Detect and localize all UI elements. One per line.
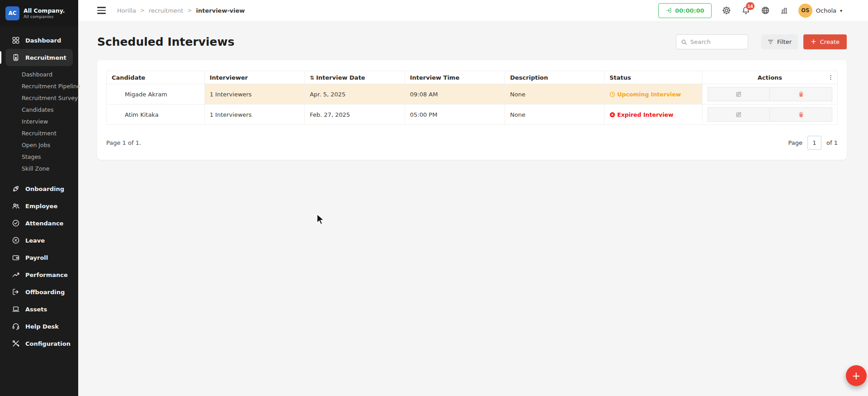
submenu-item-recruitment-survey[interactable]: Recruitment Survey (0, 92, 78, 104)
column-header-description[interactable]: Description (505, 71, 604, 84)
table-header-row: Candidate Interviewer ⇅Interview Date In… (107, 71, 838, 84)
delete-button[interactable] (769, 107, 832, 122)
status-badge: Upcoming Interview (609, 91, 697, 98)
submenu-item-candidates[interactable]: Candidates (0, 104, 78, 116)
sidebar-item-label: Help Desk (25, 323, 59, 330)
grid-icon (12, 36, 20, 44)
create-button[interactable]: + Create (803, 34, 847, 49)
trash-icon (798, 111, 804, 118)
fab-create-button[interactable]: + (846, 365, 867, 386)
delete-button[interactable] (769, 87, 832, 101)
sidebar-item-help-desk[interactable]: Help Desk (5, 318, 73, 335)
cell-interview-date: Feb. 27, 2025 (305, 105, 405, 125)
plus-icon: + (811, 38, 816, 45)
sidebar-item-onboarding[interactable]: Onboarding (5, 180, 73, 197)
company-subtitle: All companies (24, 14, 65, 19)
cell-description: None (505, 105, 604, 125)
edit-icon (736, 111, 742, 118)
page-number-input[interactable] (807, 136, 821, 150)
column-header-interviewer[interactable]: Interviewer (204, 71, 305, 84)
submenu-item-skill-zone[interactable]: Skill Zone (0, 163, 78, 175)
hamburger-menu-icon[interactable] (97, 7, 106, 14)
sidebar-item-employee[interactable]: Employee (5, 197, 73, 215)
topbar-actions: 00:00:00 14 (658, 3, 842, 18)
filter-label: Filter (777, 38, 792, 45)
kebab-menu-icon[interactable] (827, 74, 834, 81)
search-box (676, 34, 748, 49)
breadcrumb: Horilla > recruitment > interview-view (117, 7, 245, 14)
filter-icon (768, 39, 774, 45)
table-row[interactable]: Migade Akram 1 Interviewers Apr. 5, 2025… (107, 84, 838, 105)
pager: Page of 1 (788, 136, 838, 150)
submenu-item-recruitment-pipeline[interactable]: Recruitment Pipeline (0, 81, 78, 92)
company-switcher[interactable]: AC All Company. All companies (0, 0, 78, 26)
page-head: Scheduled Interviews (97, 34, 847, 49)
page-summary: Page 1 of 1. (106, 139, 141, 146)
sidebar-item-leave[interactable]: Leave (5, 232, 73, 249)
settings-button[interactable] (722, 6, 731, 15)
sidebar: AC All Company. All companies Dashboard (0, 0, 78, 396)
edit-button[interactable] (708, 87, 770, 101)
breadcrumb-horilla[interactable]: Horilla (117, 7, 136, 14)
breadcrumb-current: interview-view (196, 7, 245, 14)
cell-description: None (505, 84, 604, 105)
column-header-status[interactable]: Status (604, 71, 703, 84)
language-button[interactable] (761, 6, 770, 15)
sidebar-item-label: Attendance (25, 220, 63, 227)
timer-value: 00:00:00 (675, 7, 704, 14)
column-header-label: Interview Date (316, 74, 365, 81)
sidebar-item-label: Onboarding (25, 186, 64, 192)
interviews-table: Candidate Interviewer ⇅Interview Date In… (106, 71, 838, 125)
submenu-item-interview[interactable]: Interview (0, 116, 78, 128)
sidebar-item-configuration[interactable]: Configuration (5, 335, 73, 352)
cell-actions (702, 105, 837, 125)
trash-icon (798, 91, 804, 97)
company-logo: AC (5, 6, 19, 20)
submenu-item-dashboard[interactable]: Dashboard (0, 69, 78, 81)
table-row[interactable]: Atim Kitaka 1 Interviewers Feb. 27, 2025… (107, 105, 838, 125)
filter-button[interactable]: Filter (761, 34, 798, 49)
sidebar-item-dashboard[interactable]: Dashboard (5, 32, 73, 49)
company-button[interactable] (780, 7, 788, 14)
sidebar-item-label: Leave (25, 237, 45, 244)
column-header-label: Actions (758, 74, 782, 81)
pager-label: Page (788, 139, 802, 146)
submenu-item-open-jobs[interactable]: Open Jobs (0, 139, 78, 151)
column-header-interview-date[interactable]: ⇅Interview Date (305, 71, 405, 84)
search-input[interactable] (690, 38, 743, 45)
company-name: All Company. (24, 7, 65, 14)
wallet-icon (12, 253, 20, 262)
column-header-interview-time[interactable]: Interview Time (405, 71, 505, 84)
edit-button[interactable] (708, 107, 770, 122)
sidebar-item-performance[interactable]: Performance (5, 266, 73, 283)
cell-candidate: Atim Kitaka (107, 105, 205, 125)
submenu-item-recruitment[interactable]: Recruitment (0, 128, 78, 139)
main-area: Horilla > recruitment > interview-view 0… (78, 0, 868, 396)
cell-interview-date: Apr. 5, 2025 (305, 84, 405, 105)
cell-interview-time: 05:00 PM (405, 105, 505, 125)
x-circle-icon (609, 112, 615, 118)
notifications-button[interactable]: 14 (741, 6, 750, 15)
sidebar-item-label: Payroll (25, 254, 48, 261)
cell-interview-time: 09:08 AM (405, 84, 505, 105)
breadcrumb-recruitment[interactable]: recruitment (149, 7, 184, 14)
check-in-timer-button[interactable]: 00:00:00 (658, 3, 712, 18)
sidebar-item-attendance[interactable]: Attendance (5, 215, 73, 232)
notification-count-badge: 14 (746, 2, 755, 10)
interviews-card: Candidate Interviewer ⇅Interview Date In… (97, 60, 847, 160)
column-header-candidate[interactable]: Candidate (107, 71, 205, 84)
sidebar-item-offboarding[interactable]: Offboarding (5, 283, 73, 301)
sort-icon[interactable]: ⇅ (310, 75, 314, 81)
user-menu[interactable]: OS Ochola ▾ (798, 4, 842, 18)
sidebar-item-recruitment[interactable]: Recruitment (5, 49, 73, 66)
check-in-icon (665, 7, 672, 14)
sidebar-item-label: Performance (25, 272, 68, 278)
tools-icon (12, 339, 20, 348)
x-circle-icon (12, 236, 20, 244)
chevron-down-icon: ▾ (840, 8, 842, 13)
action-bar (708, 87, 832, 101)
sidebar-item-assets[interactable]: Assets (5, 301, 73, 318)
status-label: Upcoming Interview (617, 91, 681, 98)
sidebar-item-payroll[interactable]: Payroll (5, 249, 73, 266)
submenu-item-stages[interactable]: Stages (0, 151, 78, 163)
